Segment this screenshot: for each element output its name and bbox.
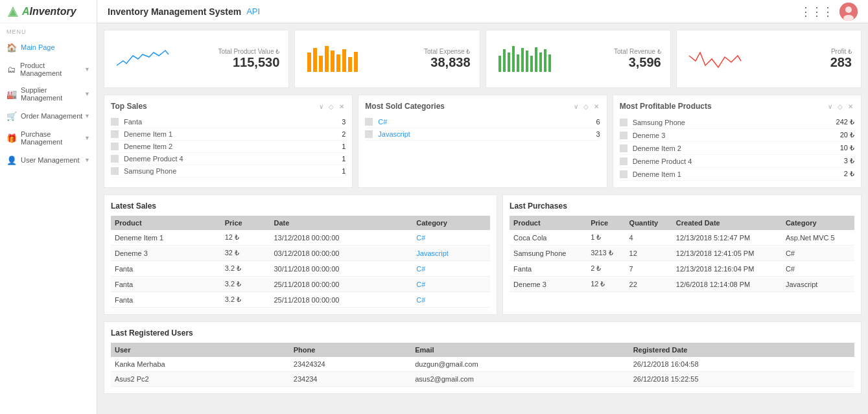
cell-category[interactable]: C# [412,277,490,292]
item-name[interactable]: C# [378,118,596,126]
col-qty: Quantity [626,216,672,230]
cell-reg-date: 26/12/2018 15:22:55 [629,372,854,387]
svg-rect-17 [512,46,515,72]
sidebar-item-user[interactable]: 👤 User Management ▼ [0,150,97,170]
svg-marker-0 [8,6,18,17]
cell-category[interactable]: Javascript [412,246,490,261]
panel-title: Top Sales [111,102,147,111]
table-row: Fanta 3.2 ₺ 25/11/2018 00:00:00 C# [111,292,490,308]
stat-value: 283 [830,55,852,70]
cell-date: 30/11/2018 00:00:00 [270,261,412,277]
sidebar-item-supplier[interactable]: 🏭 Supplier Management ▼ [0,82,97,106]
item-name: Deneme Item 2 [124,143,342,150]
cell-category[interactable]: C# [412,292,490,308]
page-title: Inventory Management System [108,6,241,17]
svg-rect-13 [354,52,358,72]
home-icon: 🏠 [6,42,17,52]
sidebar-item-order[interactable]: 🛒 Order Management ▼ [0,106,97,126]
row-icon [620,157,628,165]
profitable-item-4: Deneme Item 1 2 ₺ [620,168,854,181]
cell-phone: 23424324 [290,357,411,372]
row-icon [111,143,119,150]
cell-phone: 234234 [290,372,411,387]
col-phone: Phone [290,343,411,357]
stat-info-product-value: Total Product Value ₺ 115,530 [218,48,279,70]
item-value: 242 ₺ [836,118,854,126]
sidebar-item-label: Supplier Management [21,86,84,102]
sidebar-item-product[interactable]: 🗂 Product Management ▼ [0,57,97,82]
revenue-chart [495,43,554,75]
top-sales-panel: Top Sales ∨ ◇ ✕ Fanta 3 Deneme Item 1 2 [104,95,353,188]
cell-user: Asus2 Pc2 [111,372,290,387]
collapse-btn[interactable]: ∨ [572,103,580,110]
cell-user: Kanka Merhaba [111,357,290,372]
sidebar-item-main[interactable]: 🏠 Main Page [0,38,97,57]
cell-product: Fanta [111,292,221,308]
col-product: Product [510,216,587,230]
stat-label: Total Revenue ₺ [614,48,661,55]
item-value: 2 [342,130,346,138]
stat-card-product-value: Total Product Value ₺ 115,530 [104,30,289,88]
svg-rect-23 [539,52,542,72]
svg-rect-9 [331,51,334,72]
cell-reg-date: 26/12/2018 16:04:58 [629,357,854,372]
svg-rect-12 [348,57,352,72]
close-btn[interactable]: ✕ [847,103,854,110]
row-icon [620,119,628,126]
panel-controls: ∨ ◇ ✕ [572,103,600,110]
table-row: Fanta 3.2 ₺ 25/11/2018 00:00:00 C# [111,277,490,292]
item-name: Fanta [124,118,342,126]
col-category: Category [782,216,854,230]
item-value: 10 ₺ [840,144,854,152]
product-value-chart [113,43,172,75]
svg-rect-7 [319,56,323,72]
cell-price: 12 ₺ [587,277,625,292]
cell-product: Deneme 3 [510,277,587,292]
settings-btn[interactable]: ◇ [327,103,335,110]
profitable-item-0: Samsung Phone 242 ₺ [620,116,854,129]
item-name: Deneme Product 4 [633,157,844,165]
avatar[interactable] [839,3,858,21]
panel-title: Most Sold Categories [365,102,445,111]
cell-category[interactable]: C# [412,230,490,246]
last-users-title: Last Registered Users [111,328,854,338]
cell-price: 3213 ₺ [587,246,625,261]
row-icon [620,170,628,178]
profit-chart [686,43,744,75]
cell-category[interactable]: C# [412,261,490,277]
cell-product: Fanta [111,277,221,292]
tables-row: Latest Sales Product Price Date Category… [104,194,862,315]
collapse-btn[interactable]: ∨ [318,103,325,110]
collapse-btn[interactable]: ∨ [827,103,834,110]
sidebar-item-purchase[interactable]: 🎁 Purchase Management ▼ [0,126,97,150]
item-value: 6 [596,118,600,126]
api-link[interactable]: API [246,6,260,16]
row-icon [111,155,119,163]
purchase-icon: 🎁 [6,133,17,143]
profitable-item-3: Deneme Product 4 3 ₺ [620,155,854,168]
close-btn[interactable]: ✕ [592,103,600,110]
settings-btn[interactable]: ◇ [836,103,844,110]
cell-date: 25/11/2018 00:00:00 [270,292,412,308]
top-sales-item-0: Fanta 3 [111,116,346,128]
table-row: Deneme 3 12 ₺ 22 12/6/2018 12:14:08 PM J… [510,277,854,292]
cell-date: 12/13/2018 5:12:47 PM [672,230,782,246]
last-users-panel: Last Registered Users User Phone Email R… [104,321,862,394]
item-name: Deneme 3 [633,132,840,139]
row-icon [111,167,119,175]
stat-info-profit: Profit ₺ 283 [830,48,852,70]
svg-rect-19 [521,48,524,72]
table-row: Fanta 2 ₺ 7 12/13/2018 12:16:04 PM C# [510,261,854,277]
item-name: Deneme Item 1 [124,130,342,138]
settings-btn[interactable]: ◇ [582,103,590,110]
item-name[interactable]: Javascript [378,130,596,138]
stat-cards-row: Total Product Value ₺ 115,530 [104,30,862,88]
grid-icon[interactable]: ⋮⋮⋮ [800,5,833,19]
close-btn[interactable]: ✕ [338,103,346,110]
last-purchases-table: Product Price Quantity Created Date Cate… [510,216,854,292]
svg-rect-24 [544,49,546,72]
cell-qty: 4 [626,230,672,246]
cell-product: Fanta [111,261,221,277]
latest-sales-title: Latest Sales [111,201,490,211]
cell-product: Deneme 3 [111,246,221,261]
